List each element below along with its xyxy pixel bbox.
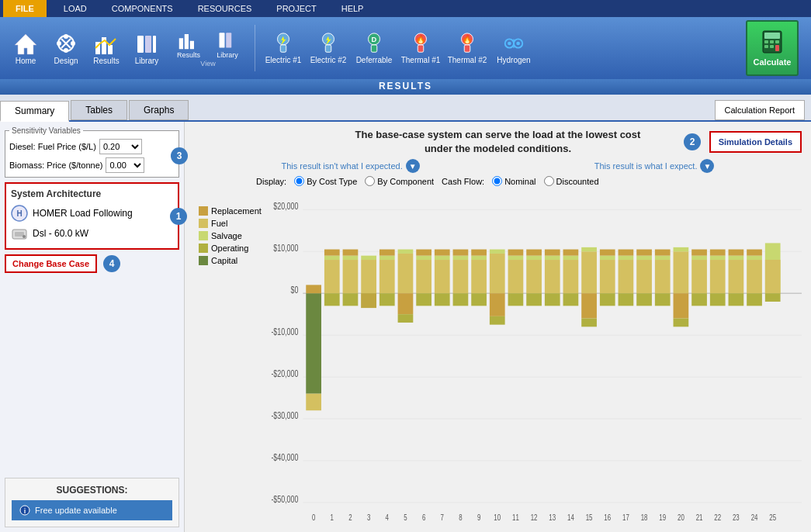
- results-button[interactable]: Results: [87, 31, 126, 65]
- discounted-radio[interactable]: Discounted: [544, 176, 599, 186]
- library-sub-button[interactable]: Library: [208, 29, 247, 59]
- svg-rect-29: [418, 45, 424, 52]
- svg-rect-171: [765, 294, 781, 302]
- thermal1-icon: 🔥: [409, 32, 432, 55]
- svg-rect-144: [636, 250, 652, 256]
- by-component-radio[interactable]: By Component: [365, 176, 434, 186]
- svg-text:D: D: [372, 36, 377, 43]
- design-button[interactable]: Design: [47, 31, 85, 65]
- tab-tables[interactable]: Tables: [71, 100, 127, 120]
- calc-report-button[interactable]: Calculation Report: [715, 100, 806, 120]
- thermal2-button[interactable]: 🔥 Thermal #2: [445, 32, 490, 64]
- svg-rect-13: [153, 36, 156, 53]
- svg-rect-98: [435, 294, 450, 306]
- load-menu[interactable]: LOAD: [56, 2, 95, 15]
- svg-rect-133: [600, 260, 615, 293]
- legend-capital: Capital: [199, 256, 262, 265]
- by-cost-type-radio[interactable]: By Cost Type: [294, 176, 357, 186]
- svg-rect-32: [464, 45, 470, 52]
- thermal1-button[interactable]: 🔥 Thermal #1: [398, 32, 443, 64]
- svg-rect-147: [655, 256, 671, 260]
- electric2-button[interactable]: Electric #2: [307, 32, 350, 64]
- home-icon: [13, 31, 38, 56]
- sensitivity-fieldset: Sensitivity Variables Diesel: Fuel Price…: [5, 126, 179, 178]
- hydrogen-button[interactable]: Hydrogen: [491, 32, 536, 64]
- svg-rect-105: [471, 260, 487, 293]
- svg-rect-80: [342, 250, 358, 256]
- badge-4: 4: [103, 255, 120, 272]
- file-menu[interactable]: FILE: [3, 0, 47, 17]
- svg-rect-87: [380, 256, 395, 260]
- svg-rect-168: [747, 250, 762, 256]
- svg-rect-90: [397, 294, 413, 315]
- svg-text:12: 12: [531, 513, 538, 523]
- components-menu[interactable]: COMPONENTS: [104, 2, 181, 15]
- svg-rect-163: [728, 256, 743, 260]
- svg-rect-149: [673, 252, 688, 294]
- arch-item-2: Dsl - 60.0 kW: [11, 223, 173, 244]
- svg-rect-94: [416, 294, 431, 306]
- svg-text:21: 21: [695, 513, 702, 523]
- simulation-details-button[interactable]: Simulation Details: [709, 131, 802, 153]
- svg-rect-126: [563, 294, 578, 306]
- svg-rect-165: [747, 260, 762, 293]
- svg-rect-159: [710, 256, 726, 260]
- svg-text:10: 10: [494, 513, 501, 523]
- svg-rect-86: [380, 294, 395, 306]
- svg-text:18: 18: [641, 513, 648, 523]
- svg-rect-117: [526, 260, 542, 293]
- svg-rect-156: [691, 250, 707, 256]
- svg-rect-50: [15, 232, 24, 237]
- svg-text:25: 25: [769, 513, 776, 523]
- svg-rect-96: [416, 250, 431, 256]
- is-expected-item[interactable]: This result is what I expect. ▼: [594, 159, 715, 173]
- nominal-radio[interactable]: Nominal: [492, 176, 535, 186]
- svg-text:$0: $0: [290, 285, 298, 295]
- electric1-button[interactable]: Electric #1: [262, 32, 305, 64]
- deferrable-button[interactable]: D Deferrable: [352, 32, 397, 64]
- change-base-case-button[interactable]: Change Base Case: [5, 254, 97, 273]
- home-button[interactable]: Home: [6, 31, 45, 65]
- diesel-select[interactable]: 0.20: [99, 139, 142, 154]
- svg-rect-124: [545, 250, 560, 256]
- update-button[interactable]: i Free update available: [12, 500, 172, 520]
- svg-rect-127: [563, 256, 578, 260]
- resources-menu[interactable]: RESOURCES: [190, 2, 260, 15]
- tab-summary[interactable]: Summary: [0, 101, 69, 122]
- svg-text:13: 13: [549, 513, 556, 523]
- svg-rect-23: [325, 45, 331, 52]
- svg-rect-18: [226, 33, 231, 47]
- svg-text:7: 7: [440, 513, 443, 523]
- svg-rect-135: [600, 256, 615, 260]
- is-expected-icon: ▼: [700, 159, 714, 173]
- svg-rect-83: [361, 294, 376, 309]
- results-sub-button[interactable]: Results: [169, 29, 208, 59]
- calculate-button[interactable]: Calculate: [746, 20, 799, 76]
- library-icon: [134, 31, 159, 56]
- not-expected-item[interactable]: This result isn't what I expected. ▼: [282, 159, 420, 173]
- svg-point-5: [71, 41, 75, 46]
- biomass-select[interactable]: 0.00: [106, 157, 144, 173]
- tab-graphs[interactable]: Graphs: [129, 100, 189, 120]
- svg-rect-160: [710, 250, 726, 256]
- help-menu[interactable]: HELP: [334, 2, 372, 15]
- svg-rect-78: [342, 294, 358, 306]
- svg-rect-125: [563, 260, 578, 293]
- svg-rect-99: [435, 256, 450, 260]
- svg-rect-139: [618, 256, 633, 260]
- svg-rect-116: [508, 250, 523, 256]
- svg-text:8: 8: [459, 513, 462, 523]
- legend-replacement: Replacement: [199, 206, 262, 216]
- svg-rect-41: [764, 40, 768, 43]
- svg-rect-44: [764, 45, 768, 48]
- svg-rect-72: [306, 285, 321, 294]
- results-title: RESULTS: [379, 81, 432, 92]
- svg-rect-115: [508, 256, 523, 260]
- svg-rect-167: [747, 256, 762, 260]
- project-menu[interactable]: PROJECT: [269, 2, 324, 15]
- library-button[interactable]: Library: [127, 31, 166, 65]
- svg-rect-113: [508, 260, 523, 293]
- svg-rect-162: [728, 294, 743, 306]
- svg-rect-46: [775, 45, 779, 51]
- svg-rect-154: [691, 294, 707, 306]
